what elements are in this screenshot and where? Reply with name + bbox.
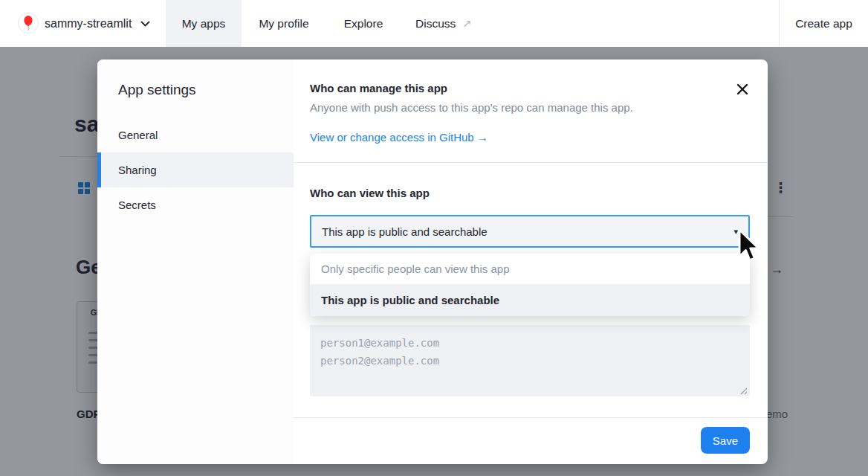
nav-tab-discuss[interactable]: Discuss ↗: [401, 0, 487, 47]
workspace-name: sammy-streamlit: [45, 17, 132, 30]
selected-option-text: This app is public and searchable: [322, 225, 488, 238]
viewer-access-dropdown: Only specific people can view this app T…: [310, 254, 750, 316]
viewer-emails-input[interactable]: [310, 325, 750, 396]
settings-tab-secrets[interactable]: Secrets: [97, 187, 294, 222]
save-button[interactable]: Save: [701, 427, 750, 454]
nav-tab-my-profile[interactable]: My profile: [242, 0, 326, 47]
workspace-switcher[interactable]: sammy-streamlit: [45, 0, 150, 47]
settings-nav: General Sharing Secrets: [97, 118, 294, 222]
close-button[interactable]: [736, 83, 751, 97]
settings-content: Who can manage this app Anyone with push…: [294, 60, 768, 464]
settings-title: App settings: [118, 82, 196, 98]
manage-section-title: Who can manage this app: [310, 82, 447, 94]
nav-tab-explore[interactable]: Explore: [326, 0, 401, 47]
settings-tab-sharing[interactable]: Sharing: [97, 152, 294, 187]
link-arrow-icon: →: [477, 131, 488, 144]
github-access-link[interactable]: View or change access in GitHub →: [310, 131, 488, 144]
section-divider: [294, 162, 768, 163]
close-icon: [736, 83, 749, 96]
app-settings-modal: App settings General Sharing Secrets Who…: [97, 60, 768, 464]
settings-tab-general[interactable]: General: [97, 118, 294, 152]
balloon-icon: [21, 15, 36, 31]
create-app-button[interactable]: Create app: [780, 0, 868, 47]
workspace-logo[interactable]: [18, 13, 39, 33]
external-link-icon: ↗: [462, 17, 472, 30]
chevron-down-icon: [140, 21, 150, 27]
footer-divider: [294, 417, 768, 418]
settings-sidebar: App settings General Sharing Secrets: [97, 60, 294, 464]
nav-tab-my-apps[interactable]: My apps: [166, 0, 242, 47]
manage-section-description: Anyone with push access to this app's re…: [310, 101, 633, 114]
select-caret-icon: ▾: [733, 227, 738, 237]
dropdown-option-specific-people[interactable]: Only specific people can view this app: [310, 254, 750, 285]
view-section-label: Who can view this app: [310, 187, 430, 199]
dropdown-option-public-searchable[interactable]: This app is public and searchable: [310, 285, 750, 316]
nav-tabs: My apps My profile Explore Discuss ↗: [166, 0, 487, 47]
viewer-access-select[interactable]: This app is public and searchable ▾: [310, 215, 750, 248]
top-nav: sammy-streamlit My apps My profile Explo…: [0, 0, 868, 47]
